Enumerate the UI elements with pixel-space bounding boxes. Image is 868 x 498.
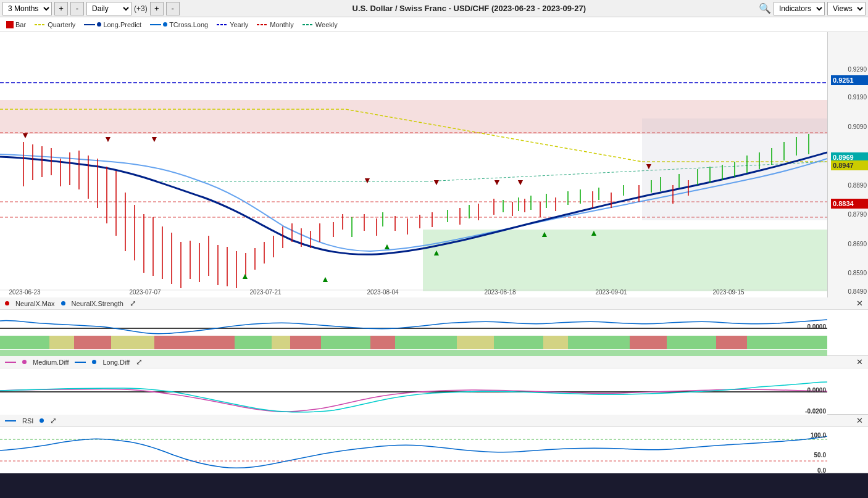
neuralx-max-label: NeuralX.Max <box>15 300 55 307</box>
medium-diff-close-icon[interactable]: ✕ <box>856 357 863 367</box>
svg-text:2023-06-23: 2023-06-23 <box>9 289 41 296</box>
medium-diff-label: Medium.Diff <box>33 359 69 366</box>
legend-quarterly-label: Quarterly <box>48 21 75 28</box>
neuralx-strength-label: NeuralX.Strength <box>72 300 123 307</box>
legend-tcross-label: TCross.Long <box>169 21 208 28</box>
price-0.9090: 0.9090 <box>848 123 867 130</box>
svg-text:▲: ▲ <box>432 247 441 257</box>
rsi-panel: RSI ⤢ ✕ 100.0 50.0 0.0 <box>0 415 868 473</box>
indicators-select[interactable]: Indicators <box>774 2 825 15</box>
svg-text:2023-07-21: 2023-07-21 <box>249 289 282 296</box>
rsi-svg <box>0 427 827 473</box>
search-icon[interactable]: 🔍 <box>759 2 771 14</box>
rsi-close-icon[interactable]: ✕ <box>856 416 863 425</box>
svg-rect-126 <box>185 336 235 349</box>
svg-text:▼: ▼ <box>150 134 159 144</box>
toolbar: 3 Months 1 Month 6 Months 1 Year + - Dai… <box>0 0 868 17</box>
data-remove-button[interactable]: - <box>166 2 180 15</box>
medium-diff-resize-icon[interactable]: ⤢ <box>136 357 143 367</box>
neuralx-svg <box>0 310 827 356</box>
quarterly-icon <box>35 22 46 27</box>
medium-diff-panel-header: Medium.Diff Long.Diff ⤢ ✕ <box>0 356 868 368</box>
price-0.8790: 0.8790 <box>848 211 867 218</box>
svg-text:▼: ▼ <box>21 130 30 140</box>
long-diff-label: Long.Diff <box>102 359 130 366</box>
period-select[interactable]: 3 Months 1 Month 6 Months 1 Year <box>2 2 52 15</box>
legend-quarterly-item: Quarterly <box>35 21 75 28</box>
yearly-icon <box>217 22 228 27</box>
neuralx-strength-dot <box>61 301 65 305</box>
svg-rect-136 <box>568 336 630 349</box>
chart-title: U.S. Dollar / Swiss Franc - USD/CHF (202… <box>182 4 756 13</box>
svg-text:▼: ▼ <box>493 177 501 187</box>
legend-weekly-label: Weekly <box>315 21 338 28</box>
svg-rect-137 <box>630 336 667 349</box>
medium-diff-dot <box>22 360 27 364</box>
medium-diff-svg <box>0 368 827 415</box>
svg-text:▲: ▲ <box>590 228 598 238</box>
legend-monthly-label: Monthly <box>270 21 294 28</box>
svg-text:▲: ▲ <box>241 271 249 281</box>
svg-rect-130 <box>321 336 370 349</box>
svg-text:▲: ▲ <box>321 274 330 284</box>
price-axis: 0.9290 0.9190 0.9090 0.8990 0.8890 0.879… <box>827 32 868 297</box>
price-0.8490: 0.8490 <box>848 288 867 295</box>
neuralx-close-icon[interactable]: ✕ <box>856 299 863 308</box>
legend-longpredict-item: Long.Predict <box>84 21 141 28</box>
svg-rect-138 <box>667 336 716 349</box>
svg-rect-141 <box>0 350 827 356</box>
period-remove-button[interactable]: - <box>70 2 84 15</box>
main-chart[interactable]: ▼ ▼ ▼ ▼ ▼ ▼ ▼ ▼ ▲ ▲ ▲ ▲ ▲ ▲ 2023-06-23 2… <box>0 32 868 297</box>
svg-rect-135 <box>543 336 568 349</box>
svg-text:2023-09-01: 2023-09-01 <box>595 289 627 296</box>
legend-yearly-label: Yearly <box>230 21 248 28</box>
svg-text:▼: ▼ <box>516 177 525 187</box>
monthly-icon <box>257 22 268 27</box>
svg-text:2023-08-18: 2023-08-18 <box>484 289 516 296</box>
rsi-panel-header: RSI ⤢ ✕ <box>0 415 868 427</box>
price-0.8590: 0.8590 <box>848 270 867 276</box>
svg-rect-134 <box>494 336 543 349</box>
rsi-chart-area: 100.0 50.0 0.0 <box>0 427 868 473</box>
longpredict-icon <box>84 22 95 27</box>
price-tag-0.9251: 0.9251 <box>831 75 868 85</box>
svg-text:▲: ▲ <box>383 241 391 251</box>
views-select[interactable]: Views <box>827 2 866 15</box>
plus3-label: (+3) <box>134 4 148 13</box>
neuralx-chart-area: 0.0000 <box>0 310 868 356</box>
svg-rect-128 <box>272 336 290 349</box>
svg-text:▼: ▼ <box>432 177 441 187</box>
legend-tcross-item: TCross.Long <box>150 21 208 28</box>
rsi-resize-icon[interactable]: ⤢ <box>50 416 57 425</box>
legend-longpredict-label: Long.Predict <box>103 21 141 28</box>
svg-rect-131 <box>370 336 395 349</box>
neuralx-resize-icon[interactable]: ⤢ <box>130 299 136 308</box>
svg-rect-147 <box>0 427 827 473</box>
price-0.8690: 0.8690 <box>848 241 867 247</box>
svg-rect-132 <box>395 336 457 349</box>
price-tag-0.8834: 0.8834 <box>831 199 868 209</box>
svg-rect-123 <box>74 336 111 349</box>
long-diff-line-icon <box>75 360 86 365</box>
rsi-50-label: 50.0 <box>814 452 826 459</box>
medium-diff-panel: Medium.Diff Long.Diff ⤢ ✕ 0.0000 -0.0200 <box>0 356 868 415</box>
data-add-button[interactable]: + <box>150 2 164 15</box>
price-0.8890: 0.8890 <box>848 182 867 189</box>
legend-bar-label: Bar <box>15 21 26 28</box>
neuralx-panel: NeuralX.Max NeuralX.Strength ⤢ ✕ <box>0 297 868 356</box>
price-0.9290: 0.9290 <box>848 66 867 73</box>
period-add-button[interactable]: + <box>54 2 68 15</box>
medium-diff-line-icon <box>5 360 16 365</box>
tcross-icon <box>150 22 161 27</box>
legend-yearly-item: Yearly <box>217 21 248 28</box>
svg-rect-133 <box>457 336 494 349</box>
legend-monthly-item: Monthly <box>257 21 294 28</box>
longpredict-dot <box>97 22 101 27</box>
medium-diff-value: 0.0000 <box>807 387 826 394</box>
svg-text:2023-08-04: 2023-08-04 <box>367 289 399 296</box>
svg-rect-127 <box>235 336 272 349</box>
svg-text:2023-09-15: 2023-09-15 <box>712 289 745 296</box>
svg-text:▼: ▼ <box>104 134 112 144</box>
long-diff-dot <box>92 360 96 364</box>
interval-select[interactable]: Daily Weekly Monthly <box>86 2 131 15</box>
